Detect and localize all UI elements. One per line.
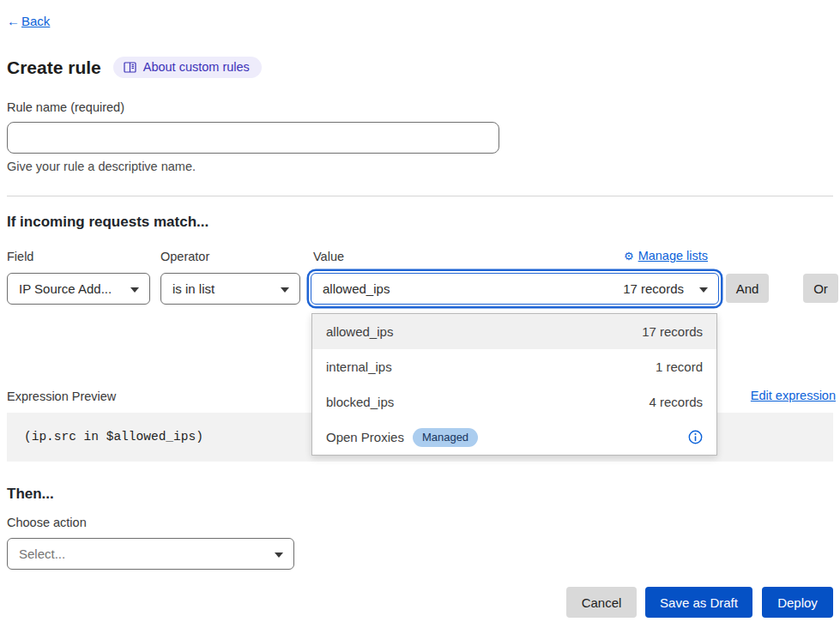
save-as-draft-button[interactable]: Save as Draft — [645, 587, 752, 618]
rule-name-input[interactable] — [7, 122, 499, 154]
expression-code: (ip.src in $allowed_ips) — [24, 430, 203, 444]
chevron-down-icon — [281, 287, 289, 293]
choose-action-label: Choose action — [7, 516, 87, 529]
or-button[interactable]: Or — [803, 274, 838, 303]
back-arrow-icon: ← — [7, 14, 20, 28]
page-title: Create rule — [7, 57, 101, 78]
list-name: internal_ips — [326, 359, 392, 374]
dropdown-item-open-proxies[interactable]: Open Proxies Managed — [312, 420, 716, 455]
manage-lists-link[interactable]: ⚙ Manage lists — [624, 249, 708, 263]
match-section-heading: If incoming requests match... — [7, 214, 208, 231]
edit-expression-link[interactable]: Edit expression — [751, 389, 836, 402]
field-select[interactable]: IP Source Add... — [7, 273, 150, 305]
field-label: Field — [7, 250, 33, 263]
book-icon — [124, 62, 136, 73]
managed-badge: Managed — [413, 428, 478, 447]
title-row: Create rule About custom rules — [7, 57, 262, 78]
gear-icon: ⚙ — [624, 250, 634, 263]
list-name: allowed_ips — [326, 324, 393, 339]
manage-lists-label: Manage lists — [638, 249, 708, 263]
deploy-button[interactable]: Deploy — [762, 587, 833, 618]
about-custom-rules-badge[interactable]: About custom rules — [113, 57, 262, 78]
value-select-meta: 17 records — [623, 281, 684, 296]
chevron-down-icon — [275, 552, 283, 558]
list-meta: 17 records — [642, 324, 703, 339]
list-name: blocked_ips — [326, 395, 394, 409]
info-icon[interactable] — [688, 430, 703, 444]
dropdown-item-internal-ips[interactable]: internal_ips 1 record — [312, 349, 716, 384]
then-section-heading: Then... — [7, 486, 54, 503]
about-badge-label: About custom rules — [143, 60, 250, 74]
field-select-value: IP Source Add... — [19, 281, 112, 296]
list-meta: 1 record — [656, 359, 703, 374]
create-rule-page: ←Back Create rule About custom rules Rul… — [0, 0, 840, 634]
back-link[interactable]: ←Back — [7, 14, 50, 28]
back-link-label: Back — [21, 14, 50, 28]
action-select-placeholder: Select... — [19, 546, 65, 561]
value-select-value: allowed_ips — [323, 281, 390, 296]
dropdown-item-blocked-ips[interactable]: blocked_ips 4 records — [312, 384, 716, 420]
list-meta: 4 records — [649, 395, 703, 409]
operator-label: Operator — [160, 250, 209, 263]
chevron-down-icon — [130, 287, 139, 293]
rule-name-helper-text: Give your rule a descriptive name. — [7, 160, 196, 173]
action-select[interactable]: Select... — [7, 538, 294, 570]
section-divider — [7, 196, 833, 196]
chevron-down-icon — [699, 287, 708, 293]
and-button[interactable]: And — [726, 274, 769, 303]
expression-preview-label: Expression Preview — [7, 389, 116, 403]
dropdown-item-allowed-ips[interactable]: allowed_ips 17 records — [312, 314, 716, 349]
value-select[interactable]: allowed_ips 17 records — [311, 273, 719, 305]
cancel-button[interactable]: Cancel — [566, 587, 637, 618]
value-dropdown-panel: allowed_ips 17 records internal_ips 1 re… — [311, 313, 717, 456]
rule-name-label: Rule name (required) — [7, 100, 124, 114]
list-name: Open Proxies — [326, 430, 404, 444]
operator-select[interactable]: is in list — [160, 273, 300, 305]
operator-select-value: is in list — [172, 281, 215, 296]
value-label: Value — [313, 250, 344, 263]
